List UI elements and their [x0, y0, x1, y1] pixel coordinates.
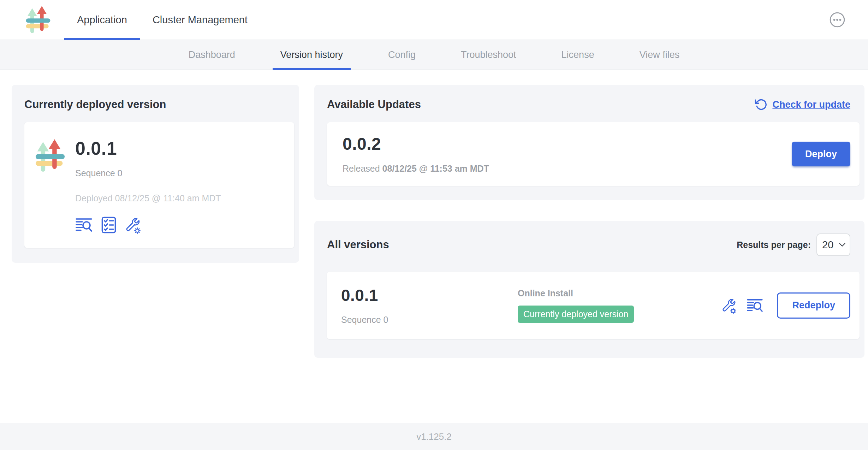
update-version-number: 0.0.2	[343, 134, 489, 154]
deploy-button[interactable]: Deploy	[792, 142, 850, 166]
current-version-sequence: Sequence 0	[75, 168, 221, 178]
install-type-label: Online Install	[518, 288, 721, 298]
current-version-number: 0.0.1	[75, 138, 221, 159]
redeploy-button[interactable]: Redeploy	[777, 292, 850, 319]
version-row: 0.0.1 Sequence 0 Online Install Currentl…	[327, 272, 860, 339]
subtab-license[interactable]: License	[554, 40, 602, 70]
currently-deployed-title: Currently deployed version	[24, 98, 294, 111]
subtab-dashboard[interactable]: Dashboard	[181, 40, 243, 70]
app-footer: v1.125.2	[0, 423, 868, 450]
available-update-card: 0.0.2 Released 08/12/25 @ 11:53 am MDT D…	[327, 122, 860, 186]
subtab-version-history[interactable]: Version history	[273, 40, 351, 70]
currently-deployed-section: Currently deployed version 0.0.1 Sequenc…	[12, 85, 299, 263]
available-updates-section: Available Updates Check for update 0.0.2…	[314, 85, 864, 200]
chevron-down-icon	[839, 243, 845, 247]
app-tabs: Application Cluster Management	[64, 0, 260, 40]
row-version-sequence: Sequence 0	[341, 315, 518, 325]
config-wrench-gear-icon[interactable]	[721, 297, 737, 314]
tab-cluster-management[interactable]: Cluster Management	[140, 0, 260, 40]
current-version-deployed-timestamp: Deployed 08/12/25 @ 11:40 am MDT	[75, 193, 221, 203]
results-per-page-label: Results per page:	[737, 240, 811, 250]
all-versions-section: All versions Results per page: 20 0.0.1 …	[314, 221, 864, 358]
main-content: Currently deployed version 0.0.1 Sequenc…	[0, 70, 868, 423]
available-updates-title: Available Updates	[327, 98, 421, 111]
update-released-timestamp: Released 08/12/25 @ 11:53 am MDT	[343, 164, 489, 174]
rotate-ccw-icon	[755, 98, 767, 111]
console-version: v1.125.2	[416, 431, 452, 442]
subtab-troubleshoot[interactable]: Troubleshoot	[453, 40, 524, 70]
subtab-config[interactable]: Config	[380, 40, 423, 70]
overflow-menu-button[interactable]	[829, 12, 845, 28]
all-versions-title: All versions	[327, 238, 389, 251]
current-version-card: 0.0.1 Sequence 0 Deployed 08/12/25 @ 11:…	[24, 122, 294, 248]
app-subnav: Dashboard Version history Config Trouble…	[0, 40, 868, 70]
tab-application[interactable]: Application	[64, 0, 140, 40]
subtab-view-files[interactable]: View files	[632, 40, 688, 70]
check-for-update-link[interactable]: Check for update	[755, 98, 850, 111]
row-version-number: 0.0.1	[341, 286, 518, 305]
results-per-page-select[interactable]: 20	[816, 233, 850, 256]
preflight-checks-icon[interactable]	[101, 217, 116, 233]
currently-deployed-badge: Currently deployed version	[518, 306, 634, 323]
config-wrench-gear-icon[interactable]	[125, 216, 141, 234]
app-logo-icon	[35, 139, 65, 234]
ellipsis-circle-icon	[829, 12, 845, 28]
top-nav: Application Cluster Management	[0, 0, 868, 40]
release-notes-icon[interactable]	[75, 217, 93, 233]
release-notes-icon[interactable]	[747, 298, 763, 313]
app-logo-icon	[25, 6, 51, 40]
